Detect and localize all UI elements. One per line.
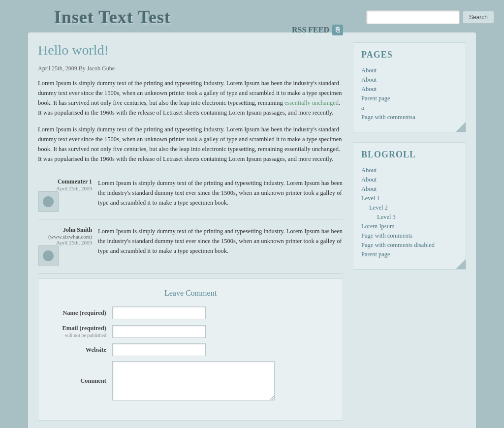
pages-section: PAGES AboutAboutAboutParent pageaPage wi…: [353, 42, 466, 132]
comment-date: April 25th, 2009: [38, 240, 92, 245]
sidebar-page-item[interactable]: About: [361, 66, 458, 75]
content-area: Hello world! RSS FEED ⎘ April 25th, 2009…: [38, 42, 343, 421]
email-label: Email (required) will not be published: [53, 324, 112, 338]
name-label: Name (required): [53, 309, 112, 317]
comment-body: Lorem Ipsum is simply dummy text of the …: [98, 226, 343, 266]
leave-comment-form: Leave Comment Name (required) Email (req…: [38, 278, 343, 421]
name-input[interactable]: [112, 306, 206, 319]
name-row: Name (required): [53, 306, 328, 319]
comment-author: Commenter 1: [38, 178, 92, 185]
essentially-unchanged-link[interactable]: essentially unchanged: [284, 99, 339, 106]
post-body-1: Lorem Ipsum is simply dummy text of the …: [38, 78, 343, 118]
post-header-row: Hello world! RSS FEED ⎘: [38, 42, 343, 60]
comment-meta: John Smith(www.sixwhat.com)April 25th, 2…: [38, 226, 92, 266]
sidebar-blogroll-item[interactable]: About: [361, 184, 458, 194]
comment-avatar: [38, 191, 59, 212]
sidebar-blogroll-item[interactable]: About: [361, 166, 458, 175]
comments-section: Commenter 1April 25th, 2009Lorem Ipsum i…: [38, 171, 343, 274]
comment-author: John Smith: [38, 226, 92, 234]
main-container: Hello world! RSS FEED ⎘ April 25th, 2009…: [28, 32, 476, 428]
comment-meta: Commenter 1April 25th, 2009: [38, 178, 92, 212]
sidebar-page-item[interactable]: Page with commentsa: [361, 113, 458, 122]
email-row: Email (required) will not be published: [53, 324, 328, 338]
sidebar-blogroll-item[interactable]: Parent page: [361, 250, 458, 259]
search-area: Search: [366, 10, 494, 24]
sidebar-blogroll-item[interactable]: Page with comments disabled: [361, 241, 458, 250]
blogroll-section: BLOGROLL AboutAboutAboutLevel 1Level 2Le…: [353, 142, 466, 270]
sidebar-page-item[interactable]: About: [361, 85, 458, 94]
sidebar-blogroll-item[interactable]: Lorem Ipsum: [361, 222, 458, 231]
search-input[interactable]: [366, 10, 460, 24]
comment-avatar: [38, 245, 59, 266]
sidebar-page-item[interactable]: About: [361, 75, 458, 85]
search-button[interactable]: Search: [463, 11, 494, 24]
comment: John Smith(www.sixwhat.com)April 25th, 2…: [38, 219, 343, 274]
site-title: Inset Text Test: [54, 7, 171, 28]
comment-row: Comment: [53, 361, 328, 400]
pages-title: PAGES: [361, 50, 458, 60]
rss-feed[interactable]: RSS FEED ⎘: [292, 25, 343, 35]
website-label: Website: [53, 346, 112, 354]
leave-comment-title: Leave Comment: [53, 289, 328, 298]
pages-list: AboutAboutAboutParent pageaPage with com…: [361, 66, 458, 122]
post-title: Hello world!: [38, 42, 109, 58]
comment: Commenter 1April 25th, 2009Lorem Ipsum i…: [38, 171, 343, 219]
comment-body: Lorem Ipsum is simply dummy text of the …: [98, 178, 343, 212]
sidebar-blogroll-item[interactable]: Page with comments: [361, 231, 458, 241]
email-input[interactable]: [112, 325, 206, 338]
rss-feed-label: RSS FEED: [292, 26, 329, 34]
sidebar-page-item[interactable]: Parent page: [361, 94, 458, 103]
blogroll-list: AboutAboutAboutLevel 1Level 2Level 3Lore…: [361, 166, 458, 259]
blogroll-title: BLOGROLL: [361, 150, 458, 160]
sidebar-blogroll-item[interactable]: Level 3: [361, 213, 458, 222]
sidebar-blogroll-item[interactable]: Level 1: [361, 194, 458, 203]
sidebar-corner-pages: [456, 122, 466, 132]
post-body-2: Lorem Ipsum is simply dummy text of the …: [38, 124, 343, 164]
sidebar-blogroll-item[interactable]: Level 2: [361, 203, 458, 213]
comment-date: April 25th, 2009: [38, 185, 92, 191]
sidebar: PAGES AboutAboutAboutParent pageaPage wi…: [353, 42, 466, 421]
sidebar-corner-blogroll: [456, 259, 466, 269]
comment-author-url: (www.sixwhat.com): [38, 234, 92, 240]
rss-icon: ⎘: [332, 25, 343, 35]
website-input[interactable]: [112, 343, 206, 356]
post-meta: April 25th, 2009 By Jacob Gube: [38, 65, 343, 72]
sidebar-page-item[interactable]: a: [361, 103, 458, 113]
comment-textarea[interactable]: [112, 361, 275, 400]
sidebar-blogroll-item[interactable]: About: [361, 175, 458, 184]
comment-label: Comment: [53, 377, 112, 385]
website-row: Website: [53, 343, 328, 356]
